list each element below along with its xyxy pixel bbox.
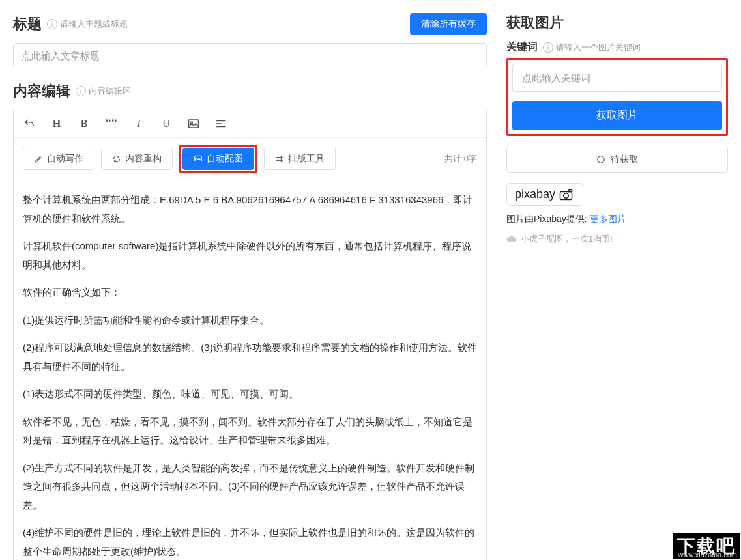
- sidebar-column: 获取图片 关键词 i 请输入一个图片关键词 获取图片 待获取 pixabay 图…: [506, 13, 728, 560]
- camera-icon: [559, 189, 575, 201]
- fetch-image-header: 获取图片: [506, 13, 728, 33]
- italic-icon[interactable]: I: [132, 118, 145, 130]
- keyword-header: 关键词 i 请输入一个图片关键词: [506, 40, 728, 54]
- content-paragraph: 计算机软件(computer software)是指计算机系统中除硬件以外的所有…: [23, 237, 477, 274]
- cloud-icon: [506, 234, 517, 244]
- quote-icon[interactable]: ““: [105, 116, 118, 131]
- title-header: 标题 i 请输入主题或标题 清除所有缓存: [13, 13, 487, 35]
- keyword-highlight-box: 获取图片: [506, 58, 728, 136]
- auto-image-highlight: 自动配图: [179, 145, 257, 173]
- auto-image-button[interactable]: 自动配图: [182, 148, 254, 170]
- word-counter: 共计:0字: [444, 153, 477, 165]
- provided-by-text: 图片由Pixabay提供:: [506, 214, 587, 224]
- pencil-icon: [34, 154, 43, 163]
- pending-status: 待获取: [506, 147, 728, 173]
- editor-hint: 内容编辑区: [89, 85, 131, 97]
- content-paragraph: (4)维护不同的硬件是旧的，理论上软件是旧的，并不坏，但实际上软件也是旧的和坏的…: [23, 524, 477, 560]
- svg-rect-9: [569, 189, 572, 191]
- content-restructure-button[interactable]: 内容重构: [101, 148, 173, 170]
- clear-cache-label: 清除所有缓存: [421, 18, 476, 30]
- bold-icon[interactable]: B: [78, 118, 91, 130]
- layout-tool-label: 排版工具: [288, 153, 325, 165]
- svg-point-6: [598, 156, 605, 163]
- undo-icon[interactable]: [23, 118, 36, 130]
- title-hint: 请输入主题或标题: [60, 18, 128, 30]
- content-paragraph: (1)提供运行时所需功能和性能的命令或计算机程序集合。: [23, 311, 477, 330]
- image-icon[interactable]: [187, 119, 200, 129]
- editor-header: 内容编辑 i 内容编辑区: [13, 81, 487, 101]
- image-icon: [194, 154, 203, 163]
- keyword-label: 关键词: [506, 40, 538, 54]
- content-paragraph: (2)生产方式不同的软件是开发，是人类智能的高发挥，而不是传统意义上的硬件制造。…: [23, 459, 477, 515]
- layout-icon: [275, 154, 284, 163]
- align-left-icon[interactable]: [214, 119, 227, 129]
- info-icon: i: [543, 42, 553, 53]
- fetch-image-title: 获取图片: [506, 13, 564, 33]
- editor-content[interactable]: 整个计算机系统由两部分组成：E.69DA 5 E 6 BA 9062616964…: [14, 180, 486, 560]
- content-paragraph: (2)程序可以满意地处理信息的数据结构。(3)说明程序功能要求和程序需要的文档的…: [23, 339, 477, 376]
- content-paragraph: (1)表达形式不同的硬件类型、颜色、味道、可见、可摸、可闻。: [23, 385, 477, 404]
- heading-icon[interactable]: H: [50, 118, 63, 130]
- title-label: 标题: [13, 14, 42, 34]
- info-icon: i: [47, 19, 57, 29]
- content-paragraph: 软件的正确含义如下：: [23, 283, 477, 302]
- article-title-input[interactable]: [13, 43, 487, 68]
- footer-hint-text: 小虎子配图，一次1淘币!: [521, 233, 613, 245]
- watermark-url: www.xiazaiba.com: [678, 551, 737, 559]
- main-column: 标题 i 请输入主题或标题 清除所有缓存 内容编辑 i 内容编辑区 H B ““…: [13, 13, 487, 560]
- fetch-image-button[interactable]: 获取图片: [512, 101, 722, 130]
- pixabay-badge: pixabay: [506, 183, 583, 206]
- pending-label: 待获取: [611, 154, 638, 165]
- editor-box: H B ““ I U 自动写作 内容重构: [13, 109, 487, 560]
- keyword-hint: 请输入一个图片关键词: [556, 42, 641, 53]
- sidebar-footer-hint: 小虎子配图，一次1淘币!: [506, 233, 728, 245]
- pixabay-credit: 图片由Pixabay提供: 更多图片: [506, 214, 728, 225]
- pixabay-label: pixabay: [515, 188, 555, 201]
- clear-cache-button[interactable]: 清除所有缓存: [410, 13, 487, 35]
- auto-write-button[interactable]: 自动写作: [23, 148, 94, 170]
- svg-point-8: [564, 193, 569, 198]
- refresh-icon: [112, 154, 121, 163]
- layout-tool-button[interactable]: 排版工具: [264, 148, 336, 170]
- content-paragraph: 整个计算机系统由两部分组成：E.69DA 5 E 6 BA 9062616964…: [23, 191, 477, 228]
- info-icon: i: [76, 86, 86, 96]
- editor-label: 内容编辑: [13, 81, 70, 101]
- action-toolbar: 自动写作 内容重构 自动配图 排版工具 共计:0字: [14, 138, 486, 180]
- svg-rect-0: [189, 120, 199, 128]
- fetch-image-btn-label: 获取图片: [596, 109, 638, 120]
- auto-image-label: 自动配图: [207, 153, 243, 165]
- format-toolbar: H B ““ I U: [14, 109, 486, 138]
- content-restructure-label: 内容重构: [125, 153, 162, 165]
- circle-icon: [596, 155, 605, 164]
- more-images-link[interactable]: 更多图片: [590, 214, 626, 224]
- auto-write-label: 自动写作: [47, 153, 83, 165]
- underline-icon[interactable]: U: [160, 118, 173, 130]
- content-paragraph: 软件看不见，无色，枯燥，看不见，摸不到，闻不到。软件大部分存在于人们的头脑或纸上…: [23, 413, 477, 450]
- keyword-input[interactable]: [512, 64, 722, 92]
